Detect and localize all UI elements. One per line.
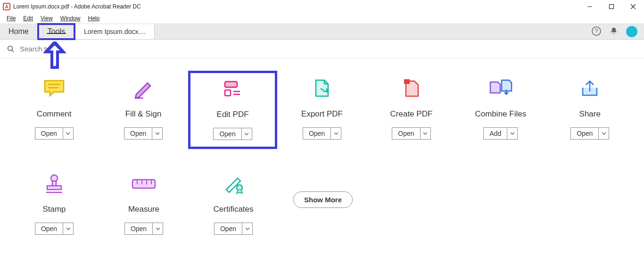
svg-text:A: A xyxy=(5,4,8,9)
svg-text:?: ? xyxy=(595,28,598,34)
pen-icon xyxy=(132,77,155,100)
dropdown-button[interactable] xyxy=(63,127,74,140)
bell-icon[interactable] xyxy=(609,26,619,37)
tool-label: Comment xyxy=(37,109,72,119)
open-button[interactable]: Open xyxy=(214,223,242,235)
dropdown-button[interactable] xyxy=(331,127,341,140)
svg-rect-14 xyxy=(225,90,231,96)
open-button[interactable]: Open xyxy=(570,127,599,140)
tool-label: Certificates xyxy=(213,205,253,214)
export-pdf-icon xyxy=(310,77,334,100)
dropdown-button[interactable] xyxy=(152,127,163,140)
svg-point-8 xyxy=(8,46,13,50)
menu-window[interactable]: Window xyxy=(57,14,84,23)
tool-fill-sign: Fill & Sign Open xyxy=(99,77,188,149)
show-more-button[interactable]: Show More xyxy=(293,191,353,208)
dropdown-button[interactable] xyxy=(63,223,74,235)
open-button[interactable]: Open xyxy=(213,128,241,140)
tab-tools[interactable]: Tools xyxy=(39,27,74,36)
menu-file[interactable]: File xyxy=(3,14,19,23)
svg-rect-19 xyxy=(52,181,56,186)
dropdown-button[interactable] xyxy=(153,223,163,235)
dropdown-button[interactable] xyxy=(242,128,252,140)
combine-files-icon xyxy=(487,77,514,100)
open-button[interactable]: Open xyxy=(392,127,420,140)
open-button[interactable]: Open xyxy=(303,127,331,140)
create-pdf-icon xyxy=(399,77,423,100)
stamp-icon xyxy=(42,173,66,195)
tool-create-pdf: Create PDF Open xyxy=(367,77,456,149)
open-button[interactable]: Open xyxy=(124,127,152,140)
tool-edit-pdf: Edit PDF Open xyxy=(188,71,277,149)
ruler-icon xyxy=(131,173,157,195)
tool-combine-files: Combine Files Add xyxy=(456,77,545,149)
tools-panel: Comment Open Fill & Sign Open Edit PDF xyxy=(0,58,644,265)
dropdown-button[interactable] xyxy=(599,127,609,140)
tool-label: Edit PDF xyxy=(217,110,249,119)
tool-label: Share xyxy=(579,109,601,119)
title-bar: A Lorem Ipsum.docx.pdf - Adobe Acrobat R… xyxy=(0,0,644,13)
open-button[interactable]: Open xyxy=(35,127,63,140)
svg-rect-20 xyxy=(47,186,61,190)
menu-edit[interactable]: Edit xyxy=(19,14,37,23)
search-bar xyxy=(0,40,644,58)
tool-label: Measure xyxy=(128,205,159,214)
tab-home[interactable]: Home xyxy=(0,24,37,39)
tool-label: Fill & Sign xyxy=(125,109,162,119)
menu-view[interactable]: View xyxy=(37,14,57,23)
comment-icon xyxy=(42,77,66,100)
dropdown-button[interactable] xyxy=(242,223,253,235)
menu-bar: File Edit View Window Help xyxy=(0,13,644,24)
maximize-button[interactable] xyxy=(601,0,622,13)
open-button[interactable]: Open xyxy=(124,223,153,235)
window-title: Lorem Ipsum.docx.pdf - Adobe Acrobat Rea… xyxy=(13,3,141,10)
open-button[interactable]: Open xyxy=(35,223,63,235)
menu-help[interactable]: Help xyxy=(84,14,104,23)
dropdown-button[interactable] xyxy=(421,127,431,140)
minimize-button[interactable] xyxy=(579,0,601,13)
svg-point-27 xyxy=(237,185,242,190)
help-icon[interactable]: ? xyxy=(591,26,602,38)
certificates-icon xyxy=(222,173,245,195)
tool-export-pdf: Export PDF Open xyxy=(277,77,366,149)
search-input[interactable] xyxy=(20,45,133,53)
close-button[interactable] xyxy=(622,0,644,13)
search-icon xyxy=(7,45,15,53)
add-button[interactable]: Add xyxy=(483,127,507,140)
svg-rect-13 xyxy=(225,82,237,87)
tab-document[interactable]: Lorem Ipsum.docx.... xyxy=(75,24,155,39)
tab-bar: Home Tools Lorem Ipsum.docx.... ? xyxy=(0,24,644,40)
share-icon xyxy=(578,77,602,100)
tool-label: Export PDF xyxy=(301,109,343,119)
svg-line-9 xyxy=(12,50,14,52)
account-avatar[interactable] xyxy=(626,26,637,37)
app-icon: A xyxy=(3,3,10,10)
tool-measure: Measure Open xyxy=(99,173,189,235)
edit-pdf-icon xyxy=(221,78,245,100)
tool-share: Share Open xyxy=(545,77,635,149)
tool-label: Stamp xyxy=(42,205,66,214)
svg-rect-3 xyxy=(610,5,614,9)
tool-stamp: Stamp Open xyxy=(9,173,99,235)
svg-rect-17 xyxy=(404,79,410,84)
tool-comment: Comment Open xyxy=(9,77,99,149)
dropdown-button[interactable] xyxy=(507,127,518,140)
tool-label: Combine Files xyxy=(475,109,527,119)
tool-label: Create PDF xyxy=(390,109,433,119)
tool-certificates: Certificates Open xyxy=(189,173,278,235)
